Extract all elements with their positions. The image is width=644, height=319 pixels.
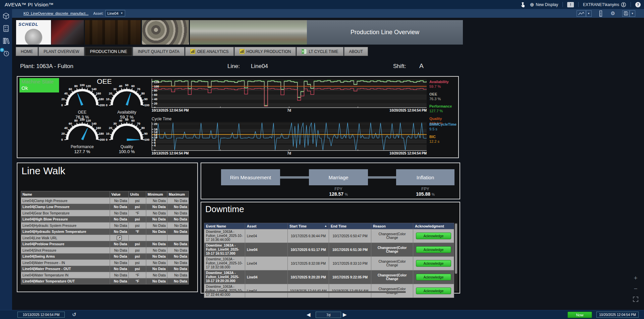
column-header-maximum[interactable]: Maximum [167,191,189,198]
svg-text:80: 80 [154,89,157,92]
oee-trend-chart[interactable]: 020406080100120 [152,79,427,108]
cell-asset: Line04 [245,243,288,257]
cell-name: Line04|High Blow Pressure [21,216,110,222]
svg-text:20: 20 [154,122,157,126]
legend-bmmcycletime: BMMCycleTime 9.5 s [429,122,460,132]
gear-icon[interactable]: ⚙ [610,10,616,17]
legend-oee: OEE 76.3 % [429,92,460,102]
now-button[interactable]: Now [568,312,592,318]
h-scrollbar[interactable] [205,291,406,293]
svg-text:70: 70 [137,122,140,125]
column-header-reason[interactable]: Reason [371,223,413,229]
column-header-value[interactable]: Value [110,191,129,198]
ruler-icon[interactable] [598,10,604,17]
x-start-label: 10/13/2025 12:04:54 PM [152,109,189,112]
asset-dropdown[interactable]: Line04 ▼ [105,10,125,16]
cell-value[interactable]: ↗ [110,235,129,241]
column-header-start-time[interactable]: Start Time▲ [288,223,329,229]
column-header-end-time[interactable]: End Time [329,223,371,229]
user-menu[interactable]: EXTRANET\kanyins [583,2,626,7]
tab-about[interactable]: ABOUT [344,47,368,56]
time-range-input[interactable]: 7d [316,312,341,318]
cell-units: °F [129,210,146,216]
gauge-name: Performance [59,144,106,149]
top-bar: AVEVA™ PI Vision™ ⊕ New Display ! EXTRAN… [0,0,644,9]
help-icon[interactable]: ? [635,2,641,7]
svg-text:60: 60 [131,119,135,122]
cycle-time-legend: BMMCycleTime 9.5 sBIC 12.2 s [429,122,460,146]
flow-step-inflation[interactable]: Inflation [396,169,454,185]
refresh-icon[interactable]: ↺ [72,312,76,318]
cell-event-name: Downtime_1063A - Fulton_Line04_2025-10-1… [204,270,245,284]
banner-photo-machine [51,20,84,45]
acknowledge-button[interactable]: Acknowledge [416,260,451,267]
end-time-input[interactable]: 10/20/2025 12:04:54 PM [596,312,639,318]
column-header-name[interactable]: Name [21,191,110,198]
asset-label: Asset: [93,11,104,15]
tab-production-line[interactable]: PRODUCTION LINE [85,47,132,56]
step-back-button[interactable]: ◀ [307,312,311,318]
trend-tool[interactable]: ▼ [577,10,592,17]
new-display-button[interactable]: ⊕ New Display [530,2,558,8]
tab-oee-analytics[interactable]: OEE ANALYTICS [185,47,234,56]
tab-lt-cycle-time[interactable]: LT CYCLE TIME [297,47,343,56]
column-header-event-name[interactable]: Event Name [204,223,245,229]
cell-name: Line04|Clamp High Pressure [21,198,110,204]
cell-value: No Data [110,253,129,260]
acknowledge-button[interactable]: Acknowledge [416,288,451,294]
cell-maximum: No Data [167,253,189,260]
tab-hourly-production[interactable]: HOURLY PRODUCTION [234,47,296,56]
column-header-acknowledgment[interactable]: Acknowledgment [413,223,454,229]
gauge-name: Quality [103,144,150,149]
acknowledge-button[interactable]: Acknowledge [416,233,451,239]
flow-step-label: Inflation [417,175,434,180]
svg-text:60: 60 [69,87,72,91]
svg-text:0: 0 [61,104,63,107]
cell-maximum: No Data [167,198,189,204]
tab-input-quality-data[interactable]: INPUT QUALITY DATA [133,47,184,56]
save-tool[interactable]: ▼ [622,10,635,17]
step-forward-button[interactable]: ▶ [343,312,347,318]
tab-home[interactable]: HOME [16,47,38,56]
trend-icon [577,10,586,17]
cell-units: °F [129,278,146,284]
flow-step-label: Rim Measurement [230,175,271,180]
announcement-icon[interactable]: ! [567,2,574,7]
scrollbar[interactable] [454,223,458,291]
cell-units: psi [129,222,146,229]
column-header-minimum[interactable]: Minimum [146,191,167,198]
svg-text:40: 40 [154,98,157,101]
legend-bic: BIC 12.2 s [429,134,460,144]
cell-end-time: 10/17/2025 9:22:05 PM [329,270,371,284]
svg-text:100: 100 [144,138,149,141]
sort-ascending-icon: ▲ [324,225,327,228]
column-header-units[interactable]: Units [129,191,146,198]
gauge-value: 127.7 % [59,149,106,154]
display-name-link[interactable]: KO_LineOverview_discrete_manufact... [23,11,89,15]
flow-step-marriage[interactable]: Marriage [309,169,368,185]
column-header-asset[interactable]: Asset [245,223,288,229]
acknowledge-button[interactable]: Acknowledge [416,274,451,280]
cell-name: Line04|Water Pressure - IN [21,260,110,266]
svg-text:100: 100 [144,104,149,107]
external-link-icon[interactable]: ↗ [117,236,122,240]
cell-units: psi [129,204,146,210]
bar-chart-icon [239,49,245,54]
fullscreen-icon[interactable] [632,296,639,304]
cell-minimum: No Data [146,210,167,216]
flow-step-rim-measurement[interactable]: Rim Measurement [221,169,280,185]
zoom-out-icon[interactable]: − [632,285,639,293]
cube-icon[interactable] [2,12,10,20]
library-icon[interactable] [2,37,10,45]
zoom-in-icon[interactable]: + [632,275,639,282]
events-icon[interactable]: ★ [2,49,10,57]
touch-icon[interactable] [520,2,526,8]
start-time-input[interactable]: 10/13/2025 12:04:54 PM [17,312,65,318]
calculator-icon[interactable] [2,24,10,33]
tab-plant-overview[interactable]: PLANT OVERVIEW [39,47,84,56]
downtime-title: Downtime [205,204,244,214]
logo-text: SCHEDL [16,20,51,27]
logo-circle [25,29,42,45]
cycle-time-chart[interactable]: 04681012141620 [152,122,427,151]
acknowledge-button[interactable]: Acknowledge [416,246,451,253]
